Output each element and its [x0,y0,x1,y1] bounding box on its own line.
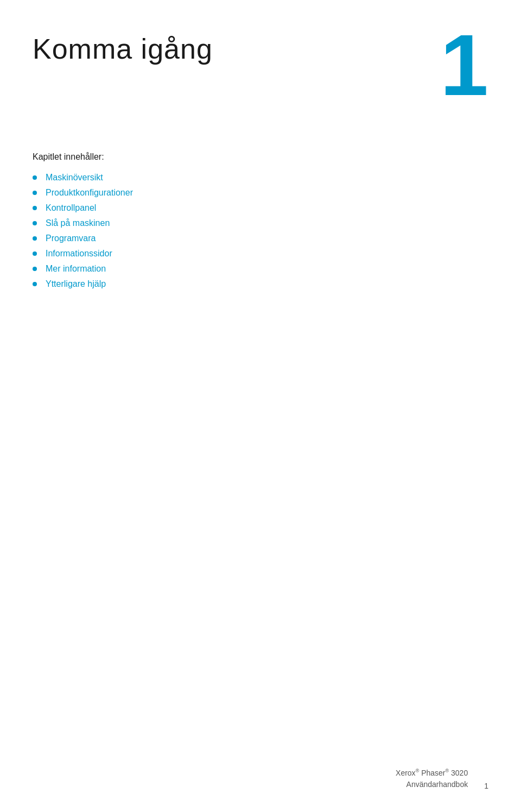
bullet-icon [33,267,37,271]
toc-link-maskinoversikt[interactable]: Maskinöversikt [46,173,103,182]
list-item: Kontrollpanel [33,203,488,213]
toc-link-programvara[interactable]: Programvara [46,234,96,243]
toc-intro: Kapitlet innehåller: [33,152,488,162]
bullet-icon [33,282,37,286]
list-item: Mer information [33,264,488,274]
list-item: Programvara [33,234,488,243]
toc-link-kontrollpanel[interactable]: Kontrollpanel [46,203,96,213]
bullet-icon [33,251,37,256]
footer-page-number: 1 [484,782,488,790]
bullet-icon [33,175,37,180]
header-section: Komma igång 1 [33,33,488,109]
bullet-icon [33,191,37,195]
page: Komma igång 1 Kapitlet innehåller: Maski… [0,0,521,812]
chapter-number: 1 [440,22,488,109]
footer-brand: Xerox® Phaser® 3020 Användarhandbok [396,767,468,790]
bullet-icon [33,221,37,225]
toc-link-mer-information[interactable]: Mer information [46,264,106,274]
list-item: Slå på maskinen [33,218,488,228]
list-item: Ytterligare hjälp [33,279,488,289]
list-item: Maskinöversikt [33,173,488,182]
chapter-title: Komma igång [33,33,213,65]
toc-section: Kapitlet innehåller: Maskinöversikt Prod… [33,152,488,289]
bullet-icon [33,206,37,210]
footer-brand-text: Xerox® Phaser® 3020 Användarhandbok [396,769,468,789]
list-item: Informationssidor [33,249,488,259]
toc-link-sla-pa-maskinen[interactable]: Slå på maskinen [46,218,110,228]
toc-link-ytterligare-hjalp[interactable]: Ytterligare hjälp [46,279,106,289]
list-item: Produktkonfigurationer [33,188,488,198]
toc-list: Maskinöversikt Produktkonfigurationer Ko… [33,173,488,289]
toc-link-produktkonfigurationer[interactable]: Produktkonfigurationer [46,188,133,198]
footer: Xerox® Phaser® 3020 Användarhandbok 1 [396,767,488,790]
bullet-icon [33,236,37,241]
toc-link-informationssidor[interactable]: Informationssidor [46,249,112,259]
